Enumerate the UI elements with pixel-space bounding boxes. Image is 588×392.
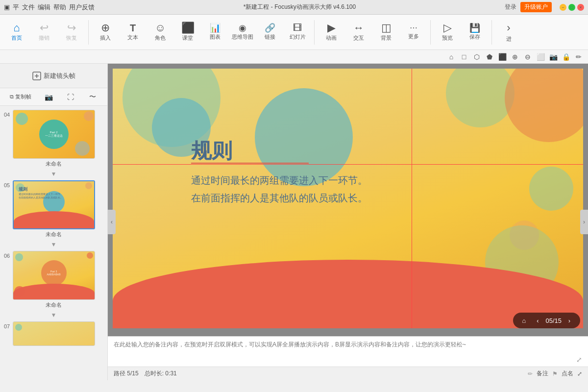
toolbar-class[interactable]: ⬛ 课堂 (175, 17, 200, 48)
bookmark-button[interactable]: 点名 (562, 369, 573, 378)
add-frame-button[interactable]: 新建镜头帧 (0, 64, 107, 88)
toolbar-preview[interactable]: ▷ 预览 (435, 17, 460, 48)
app-title: *新建工程 - Focusky动画演示大师 v4.6.100 (95, 3, 505, 11)
canvas-body-line2: 在前面指挥的人是其他队的队员或队长。 (191, 189, 368, 207)
undo-icon: ↩ (40, 23, 49, 33)
insert-icon: ⊕ (101, 23, 110, 33)
slide-item-06[interactable]: 06 Part 3 AABB/ABAB 未命名 (0, 249, 107, 311)
bg-icon: ◫ (381, 23, 392, 33)
canvas-zoomout-btn[interactable]: ⊖ (522, 51, 533, 62)
copy-frame-button[interactable]: ⧉ 复制帧 (8, 90, 33, 104)
toolbar-role[interactable]: ☺ 角色 (147, 17, 173, 48)
canvas-body[interactable]: 通过时间最长的两组需要进入下一环节。 在前面指挥的人是其他队的队员或队长。 (191, 172, 368, 207)
canvas-zoomin-btn[interactable]: ⊕ (510, 51, 520, 62)
slide-item-05[interactable]: 05 规则 通过时间最长的两组需要进入下一环 (0, 178, 107, 240)
toolbar-animate[interactable]: ▶ 动画 (318, 17, 344, 48)
slide-number-06: 06 (4, 253, 10, 259)
canvas-nav: ⌂ ‹ 05/15 › (513, 313, 580, 328)
mindmap-label: 思维导图 (232, 33, 253, 41)
canvas-screenshot-btn[interactable]: 📷 (548, 51, 559, 62)
more-icon: ⋯ (410, 24, 417, 32)
slide-canvas[interactable]: 规则 通过时间最长的两组需要进入下一环节。 在前面指挥的人是其他队的队员或队长。 (113, 69, 583, 328)
canvas-lock-btn[interactable]: 🔒 (561, 51, 571, 62)
close-button[interactable]: × (577, 4, 584, 11)
copy-icon: ⧉ (10, 94, 14, 100)
menu-feedback[interactable]: 用户反馈 (69, 3, 95, 12)
canvas-cut-btn[interactable]: ⬛ (497, 51, 508, 62)
canvas-wrapper: 规则 通过时间最长的两组需要进入下一环节。 在前面指挥的人是其他队的队员或队长。… (108, 64, 588, 336)
toolbar-link[interactable]: 🔗 链接 (257, 17, 283, 48)
slide-arrow-04: ▼ (0, 171, 107, 177)
notes-input[interactable] (108, 337, 588, 367)
menu-ping[interactable]: 平 (13, 3, 19, 12)
nav-home-button[interactable]: ⌂ (518, 315, 530, 326)
canvas-area: 规则 通过时间最长的两组需要进入下一环节。 在前面指挥的人是其他队的队员或队长。… (108, 64, 588, 380)
canvas-edit-btn[interactable]: ✏ (573, 51, 584, 62)
login-button[interactable]: 登录 (505, 3, 516, 11)
menu-edit[interactable]: 编辑 (38, 3, 50, 12)
path-indicator: 路径 5/15 (114, 369, 139, 378)
link-label: 链接 (265, 33, 275, 41)
nav-next-button[interactable]: › (564, 315, 575, 326)
canvas-home-btn[interactable]: ⌂ (446, 51, 457, 62)
toolbar-slide[interactable]: 🎞 幻灯片 (285, 17, 310, 48)
slide-thumb-04: Part 2 一二三看这边 (13, 110, 95, 159)
bottom-area: ⤢ 路径 5/15 总时长: 0:31 ✏ 备注 ⚑ 点名 ⤢ (108, 336, 588, 380)
maximize-button[interactable]: □ (568, 4, 575, 11)
minimize-button[interactable]: − (560, 4, 566, 11)
toolbar-text[interactable]: T 文本 (120, 17, 146, 48)
slide-name-06: 未命名 (46, 301, 62, 309)
toolbar-redo[interactable]: ↪ 恢复 (59, 17, 84, 48)
fit-frame-button[interactable]: ⛶ (64, 90, 77, 104)
status-bar: 路径 5/15 总时长: 0:31 ✏ 备注 ⚑ 点名 ⤢ (108, 367, 588, 380)
toolbar-chart[interactable]: 📊 图表 (202, 17, 228, 48)
left-panel-collapse[interactable]: ‹ (108, 210, 116, 234)
slide-arrow-05: ▼ (0, 241, 107, 248)
toolbar-more[interactable]: ⋯ 更多 (401, 17, 426, 48)
toolbar-interact[interactable]: ↔ 交互 (346, 17, 371, 48)
toolbar-home[interactable]: ⌂ 首页 (4, 17, 29, 48)
toolbar-save[interactable]: 💾 保存 (462, 17, 488, 48)
animate-label: 动画 (326, 34, 337, 42)
expand-button[interactable]: ⤢ (577, 370, 582, 377)
menu-help[interactable]: 帮助 (53, 3, 66, 12)
undo-label: 撤销 (39, 34, 49, 42)
text-label: 文本 (127, 34, 138, 41)
menu-file[interactable]: 文件 (22, 3, 35, 12)
toolbar-mindmap[interactable]: ◉ 思维导图 (230, 17, 255, 48)
guide-vertical (412, 69, 412, 328)
toolbar-bg[interactable]: ◫ 背景 (373, 17, 399, 48)
add-frame-label: 新建镜头帧 (44, 72, 75, 80)
slide-item-07[interactable]: 07 (0, 319, 107, 348)
expand-notes-button[interactable]: ⤢ (576, 356, 582, 364)
canvas-paste-btn[interactable]: ⬟ (484, 51, 495, 62)
slide-icon: 🎞 (293, 24, 302, 32)
slide-arrow-06: ▼ (0, 312, 107, 318)
upgrade-button[interactable]: 升级账户 (520, 2, 552, 12)
preview-label: 预览 (442, 34, 453, 42)
slide-item-04[interactable]: 04 Part 2 一二三看这边 未命名 (0, 108, 107, 170)
wave-button[interactable]: 〜 (86, 90, 99, 104)
camera-button[interactable]: 📷 (42, 90, 55, 104)
toolbar-undo[interactable]: ↩ 撤销 (31, 17, 57, 48)
forward-icon: › (507, 22, 510, 34)
more-label: 更多 (408, 33, 419, 40)
home-icon: ⌂ (13, 23, 20, 33)
nav-prev-button[interactable]: ‹ (532, 315, 543, 326)
canvas-fit-btn[interactable]: ⬜ (535, 51, 546, 62)
status-right: ✏ 备注 ⚑ 点名 ⤢ (528, 369, 582, 378)
toolbar: ⌂ 首页 ↩ 撤销 ↪ 恢复 ⊕ 插入 T 文本 ☺ 角色 ⬛ 课堂 📊 图表 … (0, 15, 588, 50)
bg-label: 背景 (381, 34, 392, 42)
canvas-title[interactable]: 规则 (191, 137, 232, 165)
mindmap-icon: ◉ (239, 24, 246, 32)
class-label: 课堂 (182, 34, 193, 42)
copy-frame-label: 复制帧 (15, 93, 31, 100)
canvas-copy2-btn[interactable]: ⬡ (471, 51, 482, 62)
toolbar-forward[interactable]: › 进 (496, 17, 521, 48)
right-panel-collapse[interactable]: › (580, 210, 588, 234)
window-controls: − □ × (560, 4, 584, 11)
canvas-copy-btn[interactable]: □ (459, 51, 469, 62)
notes-button[interactable]: 备注 (537, 369, 548, 378)
toolbar-insert[interactable]: ⊕ 插入 (93, 17, 118, 48)
slide-name-04: 未命名 (46, 160, 62, 168)
